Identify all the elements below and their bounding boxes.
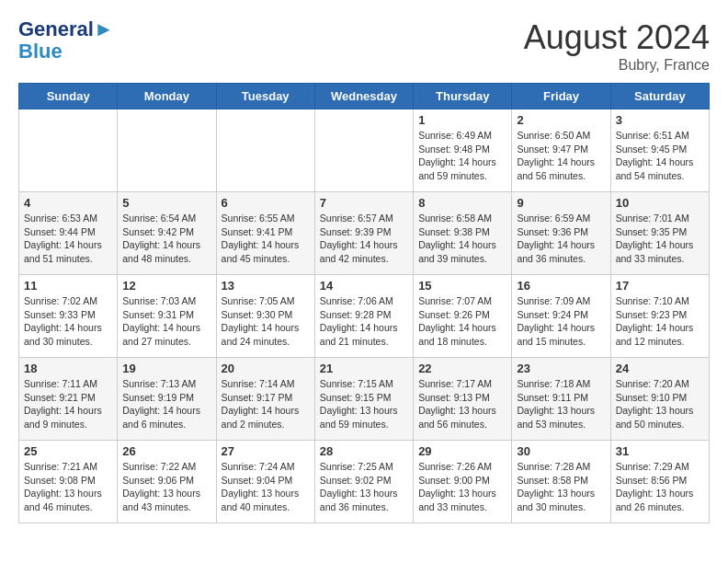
day-detail: Sunrise: 6:54 AMSunset: 9:42 PMDaylight:… <box>122 212 210 266</box>
day-cell-28: 28Sunrise: 7:25 AMSunset: 9:02 PMDayligh… <box>314 441 413 523</box>
day-detail: Sunrise: 6:49 AMSunset: 9:48 PMDaylight:… <box>418 129 506 183</box>
calendar-body: 1Sunrise: 6:49 AMSunset: 9:48 PMDaylight… <box>19 109 710 523</box>
week-row-4: 18Sunrise: 7:11 AMSunset: 9:21 PMDayligh… <box>19 358 710 441</box>
day-detail: Sunrise: 6:50 AMSunset: 9:47 PMDaylight:… <box>517 129 605 183</box>
day-cell-1: 1Sunrise: 6:49 AMSunset: 9:48 PMDaylight… <box>414 109 512 192</box>
day-detail: Sunrise: 7:07 AMSunset: 9:26 PMDaylight:… <box>418 294 506 349</box>
day-detail: Sunrise: 7:06 AMSunset: 9:28 PMDaylight:… <box>320 294 408 349</box>
empty-cell <box>314 109 413 192</box>
day-cell-4: 4Sunrise: 6:53 AMSunset: 9:44 PMDaylight… <box>19 192 118 275</box>
header-day-thursday: Thursday <box>414 84 512 109</box>
day-cell-5: 5Sunrise: 6:54 AMSunset: 9:42 PMDaylight… <box>118 192 216 275</box>
header-day-saturday: Saturday <box>610 84 709 109</box>
day-cell-7: 7Sunrise: 6:57 AMSunset: 9:39 PMDaylight… <box>314 192 413 275</box>
header-day-monday: Monday <box>118 84 216 109</box>
day-cell-18: 18Sunrise: 7:11 AMSunset: 9:21 PMDayligh… <box>19 358 118 441</box>
logo-text: General► Blue <box>18 18 114 63</box>
day-detail: Sunrise: 7:28 AMSunset: 8:58 PMDaylight:… <box>517 460 605 514</box>
day-cell-20: 20Sunrise: 7:14 AMSunset: 9:17 PMDayligh… <box>216 358 314 441</box>
day-detail: Sunrise: 7:14 AMSunset: 9:17 PMDaylight:… <box>222 377 310 431</box>
day-cell-17: 17Sunrise: 7:10 AMSunset: 9:23 PMDayligh… <box>610 275 709 358</box>
day-cell-19: 19Sunrise: 7:13 AMSunset: 9:19 PMDayligh… <box>118 358 216 441</box>
day-detail: Sunrise: 7:21 AMSunset: 9:08 PMDaylight:… <box>24 460 112 514</box>
day-detail: Sunrise: 7:22 AMSunset: 9:06 PMDaylight:… <box>122 460 210 514</box>
calendar-header: SundayMondayTuesdayWednesdayThursdayFrid… <box>19 84 710 109</box>
day-cell-27: 27Sunrise: 7:24 AMSunset: 9:04 PMDayligh… <box>216 441 314 523</box>
day-detail: Sunrise: 7:20 AMSunset: 9:10 PMDaylight:… <box>616 377 704 431</box>
week-row-3: 11Sunrise: 7:02 AMSunset: 9:33 PMDayligh… <box>19 275 710 358</box>
week-row-2: 4Sunrise: 6:53 AMSunset: 9:44 PMDaylight… <box>19 192 710 275</box>
day-number: 18 <box>24 362 112 375</box>
day-number: 10 <box>616 196 704 210</box>
header-day-tuesday: Tuesday <box>216 84 314 109</box>
day-detail: Sunrise: 7:18 AMSunset: 9:11 PMDaylight:… <box>517 377 605 431</box>
day-number: 3 <box>616 113 704 127</box>
day-number: 4 <box>24 196 112 210</box>
day-cell-31: 31Sunrise: 7:29 AMSunset: 8:56 PMDayligh… <box>610 441 709 523</box>
day-detail: Sunrise: 7:26 AMSunset: 9:00 PMDaylight:… <box>418 460 506 514</box>
day-number: 11 <box>24 279 112 293</box>
day-detail: Sunrise: 7:09 AMSunset: 9:24 PMDaylight:… <box>517 294 605 349</box>
logo: General► Blue <box>18 18 114 63</box>
day-cell-24: 24Sunrise: 7:20 AMSunset: 9:10 PMDayligh… <box>610 358 709 441</box>
day-number: 19 <box>122 362 210 375</box>
calendar-table: SundayMondayTuesdayWednesdayThursdayFrid… <box>18 83 710 523</box>
empty-cell <box>216 109 314 192</box>
day-number: 31 <box>616 444 704 458</box>
day-cell-2: 2Sunrise: 6:50 AMSunset: 9:47 PMDaylight… <box>512 109 610 192</box>
day-cell-23: 23Sunrise: 7:18 AMSunset: 9:11 PMDayligh… <box>512 358 610 441</box>
day-cell-3: 3Sunrise: 6:51 AMSunset: 9:45 PMDaylight… <box>610 109 709 192</box>
day-detail: Sunrise: 7:24 AMSunset: 9:04 PMDaylight:… <box>222 460 310 514</box>
day-cell-10: 10Sunrise: 7:01 AMSunset: 9:35 PMDayligh… <box>610 192 709 275</box>
day-number: 6 <box>222 196 310 210</box>
day-number: 16 <box>517 279 605 293</box>
day-detail: Sunrise: 7:15 AMSunset: 9:15 PMDaylight:… <box>320 377 408 431</box>
day-number: 21 <box>320 362 408 375</box>
day-detail: Sunrise: 7:10 AMSunset: 9:23 PMDaylight:… <box>616 294 704 349</box>
day-detail: Sunrise: 6:53 AMSunset: 9:44 PMDaylight:… <box>24 212 112 266</box>
day-cell-9: 9Sunrise: 6:59 AMSunset: 9:36 PMDaylight… <box>512 192 610 275</box>
day-cell-15: 15Sunrise: 7:07 AMSunset: 9:26 PMDayligh… <box>414 275 512 358</box>
day-detail: Sunrise: 7:25 AMSunset: 9:02 PMDaylight:… <box>320 460 408 514</box>
day-detail: Sunrise: 6:59 AMSunset: 9:36 PMDaylight:… <box>517 212 605 266</box>
day-number: 1 <box>418 113 506 127</box>
day-cell-13: 13Sunrise: 7:05 AMSunset: 9:30 PMDayligh… <box>216 275 314 358</box>
day-number: 24 <box>616 362 704 375</box>
day-number: 29 <box>418 444 506 458</box>
day-number: 15 <box>418 279 506 293</box>
day-cell-26: 26Sunrise: 7:22 AMSunset: 9:06 PMDayligh… <box>118 441 216 523</box>
day-cell-12: 12Sunrise: 7:03 AMSunset: 9:31 PMDayligh… <box>118 275 216 358</box>
day-detail: Sunrise: 6:58 AMSunset: 9:38 PMDaylight:… <box>418 212 506 266</box>
day-number: 20 <box>222 362 310 375</box>
day-detail: Sunrise: 7:01 AMSunset: 9:35 PMDaylight:… <box>616 212 704 266</box>
week-row-5: 25Sunrise: 7:21 AMSunset: 9:08 PMDayligh… <box>19 441 710 523</box>
day-detail: Sunrise: 7:13 AMSunset: 9:19 PMDaylight:… <box>122 377 210 431</box>
day-cell-30: 30Sunrise: 7:28 AMSunset: 8:58 PMDayligh… <box>512 441 610 523</box>
day-detail: Sunrise: 7:11 AMSunset: 9:21 PMDaylight:… <box>24 377 112 431</box>
title-block: August 2024 Bubry, France <box>524 18 710 74</box>
day-cell-16: 16Sunrise: 7:09 AMSunset: 9:24 PMDayligh… <box>512 275 610 358</box>
day-number: 17 <box>616 279 704 293</box>
day-number: 2 <box>517 113 605 127</box>
day-cell-14: 14Sunrise: 7:06 AMSunset: 9:28 PMDayligh… <box>314 275 413 358</box>
week-row-1: 1Sunrise: 6:49 AMSunset: 9:48 PMDaylight… <box>19 109 710 192</box>
day-cell-25: 25Sunrise: 7:21 AMSunset: 9:08 PMDayligh… <box>19 441 118 523</box>
day-detail: Sunrise: 7:29 AMSunset: 8:56 PMDaylight:… <box>616 460 704 514</box>
day-detail: Sunrise: 7:02 AMSunset: 9:33 PMDaylight:… <box>24 294 112 349</box>
day-number: 26 <box>122 444 210 458</box>
day-detail: Sunrise: 7:03 AMSunset: 9:31 PMDaylight:… <box>122 294 210 349</box>
day-number: 27 <box>222 444 310 458</box>
day-cell-22: 22Sunrise: 7:17 AMSunset: 9:13 PMDayligh… <box>414 358 512 441</box>
day-number: 8 <box>418 196 506 210</box>
day-cell-6: 6Sunrise: 6:55 AMSunset: 9:41 PMDaylight… <box>216 192 314 275</box>
day-detail: Sunrise: 6:55 AMSunset: 9:41 PMDaylight:… <box>222 212 310 266</box>
header-day-sunday: Sunday <box>19 84 118 109</box>
header-day-friday: Friday <box>512 84 610 109</box>
page-header: General► Blue August 2024 Bubry, France <box>18 18 710 74</box>
day-number: 5 <box>122 196 210 210</box>
empty-cell <box>19 109 118 192</box>
day-detail: Sunrise: 6:57 AMSunset: 9:39 PMDaylight:… <box>320 212 408 266</box>
day-number: 12 <box>122 279 210 293</box>
header-row: SundayMondayTuesdayWednesdayThursdayFrid… <box>19 84 710 109</box>
day-detail: Sunrise: 7:05 AMSunset: 9:30 PMDaylight:… <box>222 294 310 349</box>
